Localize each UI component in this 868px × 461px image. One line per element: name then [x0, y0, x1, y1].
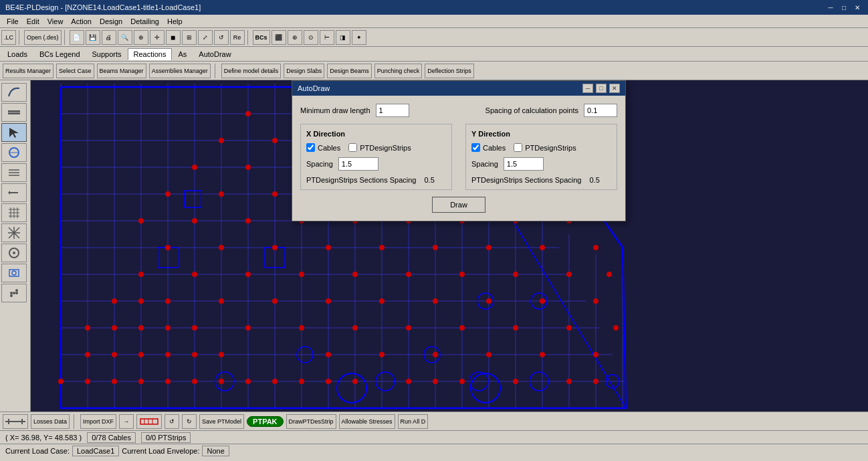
svg-point-169	[486, 245, 492, 250]
svg-point-105	[165, 325, 171, 331]
import-dxf-btn[interactable]: Import DXF	[80, 414, 116, 429]
losses-data-btn[interactable]: Losses Data	[31, 414, 70, 429]
draw-pt-des-strip-btn[interactable]: DrawPTDesStrip	[286, 414, 336, 429]
node-tool-btn[interactable]	[1, 183, 27, 202]
svg-marker-2	[9, 128, 19, 138]
min-draw-input[interactable]	[376, 104, 409, 117]
menu-view[interactable]: View	[43, 15, 68, 27]
draw-btn[interactable]: Draw	[432, 197, 485, 213]
y-spacing-input[interactable]	[504, 157, 544, 171]
tab-bcs-legend[interactable]: BCs Legend	[33, 48, 86, 60]
curve-tool-btn[interactable]	[1, 83, 27, 102]
bcs-btn[interactable]: BCs	[253, 30, 270, 45]
line-tool-btn[interactable]	[1, 103, 27, 122]
icon-btn-13[interactable]: ⊙	[304, 30, 318, 45]
x-spacing-input[interactable]	[338, 157, 378, 171]
menu-edit[interactable]: Edit	[23, 15, 43, 27]
autodraw-minimize-btn[interactable]: ─	[582, 84, 593, 93]
svg-point-118	[165, 352, 171, 357]
run-all-d-btn[interactable]: Run All D	[398, 414, 429, 429]
mesh-tool-btn[interactable]	[1, 203, 27, 222]
icon-btn-11[interactable]: ⬛	[272, 30, 286, 45]
define-model-btn[interactable]: Define model details	[221, 64, 282, 78]
window-controls[interactable]: ─ □ ✕	[825, 2, 863, 13]
svg-point-140	[326, 379, 331, 384]
icon-btn-7[interactable]: ◼	[166, 30, 181, 45]
icon-btn-15[interactable]: ◨	[336, 30, 350, 45]
autodraw-controls[interactable]: ─ □ ✕	[582, 84, 620, 93]
tab-supports[interactable]: Supports	[86, 48, 128, 60]
canvas-area[interactable]: X AutoDraw ─ □ ✕ Minimum draw length	[31, 80, 868, 411]
icon-btn-12[interactable]: ⊕	[288, 30, 302, 45]
sep2	[64, 30, 67, 45]
arrow-right-btn[interactable]: →	[119, 414, 134, 429]
view-tool-btn[interactable]	[1, 264, 27, 282]
svg-point-166	[406, 325, 411, 331]
svg-point-108	[245, 272, 251, 277]
icon-btn-9[interactable]: ⤢	[198, 30, 213, 45]
autodraw-close-btn[interactable]: ✕	[609, 84, 620, 93]
select-tool-btn[interactable]	[1, 123, 27, 142]
tab-reactions[interactable]: Reactions	[128, 48, 173, 60]
svg-point-151	[379, 245, 385, 250]
lc-btn[interactable]: .LC	[1, 30, 16, 45]
minimize-btn[interactable]: ─	[825, 2, 836, 13]
menu-action[interactable]: Action	[67, 15, 96, 27]
load-case-value: LoadCase1	[72, 446, 119, 456]
re-btn[interactable]: Re	[230, 30, 245, 45]
close-btn[interactable]: ✕	[852, 2, 863, 13]
icon-btn-16[interactable]: ✦	[352, 30, 366, 45]
y-pt-label[interactable]: PTDesignStrips	[525, 144, 576, 152]
spacing-calc-input[interactable]	[584, 104, 617, 117]
open-btn[interactable]: Open (.des)	[24, 30, 62, 45]
svg-point-26	[15, 292, 18, 294]
results-manager-btn[interactable]: Results Manager	[3, 64, 53, 78]
icon-btn-14[interactable]: ⊢	[320, 30, 334, 45]
icon-btn-5[interactable]: ⊕	[134, 30, 148, 45]
select-case-btn[interactable]: Select Case	[56, 64, 94, 78]
y-cables-label[interactable]: Cables	[483, 144, 506, 152]
redo-btn[interactable]: ↻	[182, 414, 197, 429]
design-beams-btn[interactable]: Design Beams	[327, 64, 372, 78]
icon-btn-4[interactable]: 🔍	[118, 30, 132, 45]
x-cables-label[interactable]: Cables	[318, 144, 340, 152]
design-slabs-btn[interactable]: Design Slabs	[284, 64, 324, 78]
assemblies-manager-btn[interactable]: Assemblies Manager	[149, 64, 211, 78]
deflection-strips-btn[interactable]: Deflection Strips	[425, 64, 474, 78]
menu-design[interactable]: Design	[96, 15, 126, 27]
save-pt-model-btn[interactable]: Save PTModel	[199, 414, 244, 429]
icon-btn-10[interactable]: ↺	[214, 30, 229, 45]
menu-detailing[interactable]: Detailing	[126, 15, 163, 27]
icon-btn-2[interactable]: 💾	[86, 30, 100, 45]
x-pt-checkbox[interactable]	[348, 143, 357, 152]
tab-loads[interactable]: Loads	[1, 48, 33, 60]
left-icon-2[interactable]	[136, 414, 162, 429]
ptpak-btn[interactable]: PTPAK	[247, 416, 283, 427]
circle-tool-btn[interactable]	[1, 244, 27, 262]
dots-tool-btn[interactable]	[1, 284, 27, 302]
svg-point-138	[272, 379, 278, 384]
maximize-btn[interactable]: □	[839, 2, 849, 13]
x-cables-checkbox[interactable]	[306, 143, 315, 152]
icon-btn-8[interactable]: ⊞	[182, 30, 197, 45]
x-pt-label[interactable]: PTDesignStrips	[360, 144, 411, 152]
star-tool-btn[interactable]	[1, 223, 27, 242]
punching-check-btn[interactable]: Punching check	[374, 64, 423, 78]
left-icon-1[interactable]	[3, 414, 28, 429]
icon-btn-6[interactable]: ✛	[150, 30, 165, 45]
shape-tool-btn[interactable]	[1, 143, 27, 162]
grid-tool-btn[interactable]	[1, 163, 27, 182]
tab-autodraw[interactable]: AutoDraw	[193, 48, 237, 60]
autodraw-maximize-btn[interactable]: □	[596, 84, 607, 93]
icon-btn-3[interactable]: 🖨	[102, 30, 116, 45]
undo-btn[interactable]: ↺	[165, 414, 179, 429]
min-draw-row: Minimum draw length Spacing of calculati…	[300, 104, 617, 117]
menu-file[interactable]: File	[3, 15, 23, 27]
beams-manager-btn[interactable]: Beams Manager	[97, 64, 146, 78]
y-cables-checkbox[interactable]	[471, 143, 480, 152]
y-pt-checkbox[interactable]	[514, 143, 522, 152]
tab-as[interactable]: As	[172, 48, 193, 60]
icon-btn-1[interactable]: 📄	[70, 30, 84, 45]
menu-help[interactable]: Help	[163, 15, 187, 27]
allowable-stresses-btn[interactable]: Allowable Stresses	[339, 414, 395, 429]
